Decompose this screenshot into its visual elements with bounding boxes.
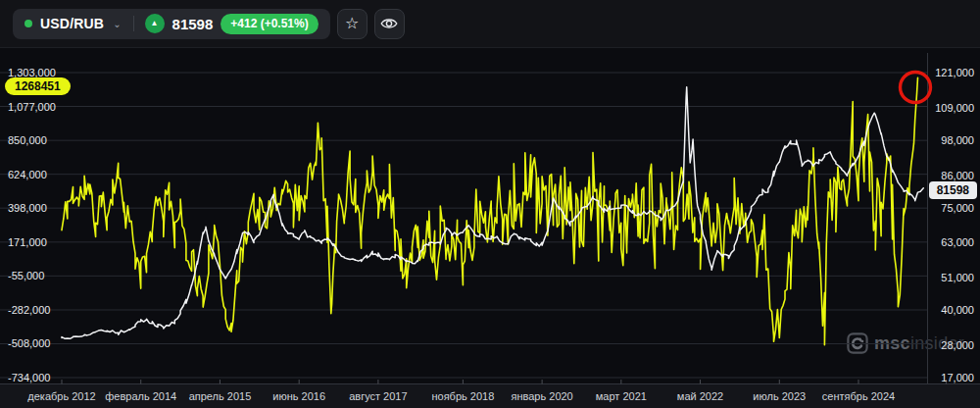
chart-area: mscinsider 1,303,0001,077,000850,000624,… <box>0 47 980 408</box>
left-axis-tick-label: 850,000 <box>8 134 47 146</box>
right-axis-tick-label: 28,000 <box>941 339 974 351</box>
time-axis-tick-label: июль 2023 <box>753 390 806 402</box>
right-axis-tick-label: 51,000 <box>941 272 974 283</box>
time-axis-tick-label: февраль 2014 <box>105 390 176 402</box>
right-axis-tick-label: 109,000 <box>935 102 974 114</box>
time-axis-tick-label: июнь 2016 <box>272 390 325 402</box>
chevron-down-icon: ⌄ <box>113 20 121 29</box>
left-axis-tick-label: -734,000 <box>8 372 50 383</box>
time-axis-tick-label: январь 2020 <box>511 390 572 402</box>
left-axis-tick-label: 398,000 <box>8 202 47 214</box>
trend-up-icon: ▲ <box>145 14 165 33</box>
right-axis-tick-label: 63,000 <box>941 236 974 248</box>
left-axis-tick-label: -282,000 <box>8 304 50 316</box>
left-axis-tick-label: 1,077,000 <box>8 101 56 113</box>
right-axis-tick-label: 75,000 <box>941 202 974 214</box>
time-axis-tick-label: март 2021 <box>596 390 647 402</box>
eye-icon <box>380 17 398 30</box>
change-badge: +412 (+0.51%) <box>220 14 318 34</box>
time-axis-tick-label: декабрь 2012 <box>27 390 95 402</box>
right-axis-tick-label: 98,000 <box>941 134 974 146</box>
star-icon: ☆ <box>345 16 359 31</box>
instrument-status-dot-icon <box>24 20 32 27</box>
plot-canvas[interactable] <box>0 47 980 408</box>
right-axis-tick-label: 40,000 <box>941 304 974 316</box>
indicator-value-badge: 1268451 <box>5 77 71 95</box>
price-value-badge: 81598 <box>929 181 977 199</box>
watchlist-button[interactable] <box>374 9 405 39</box>
time-axis-tick-label: ноябрь 2018 <box>431 390 494 402</box>
time-axis-tick-label: август 2017 <box>349 390 407 402</box>
right-axis-tick-label: 86,000 <box>941 170 974 181</box>
trading-app-window: USD/RUB ⌄ ▲ 81598 +412 (+0.51%) ☆ <box>0 0 980 408</box>
last-price-label: 81598 <box>172 16 214 32</box>
left-axis-tick-label: -508,000 <box>8 337 50 349</box>
left-axis-tick-label: 171,000 <box>8 236 47 248</box>
pair-label: USD/RUB <box>40 16 104 31</box>
left-axis-tick-label: 624,000 <box>8 169 47 180</box>
right-axis-tick-label: 121,000 <box>935 67 974 78</box>
right-axis-tick-label: 17,000 <box>941 372 974 383</box>
time-axis-tick-label: май 2022 <box>677 390 723 402</box>
favorite-button[interactable]: ☆ <box>337 9 368 39</box>
time-axis-tick-label: апрель 2015 <box>189 390 252 402</box>
chart-header: USD/RUB ⌄ ▲ 81598 +412 (+0.51%) ☆ <box>0 0 980 48</box>
header-divider <box>133 16 134 31</box>
time-axis-tick-label: сентябрь 2024 <box>822 390 895 402</box>
left-axis-tick-label: -55,000 <box>8 270 44 281</box>
ticker-selector[interactable]: USD/RUB ⌄ ▲ 81598 +412 (+0.51%) <box>13 9 330 39</box>
